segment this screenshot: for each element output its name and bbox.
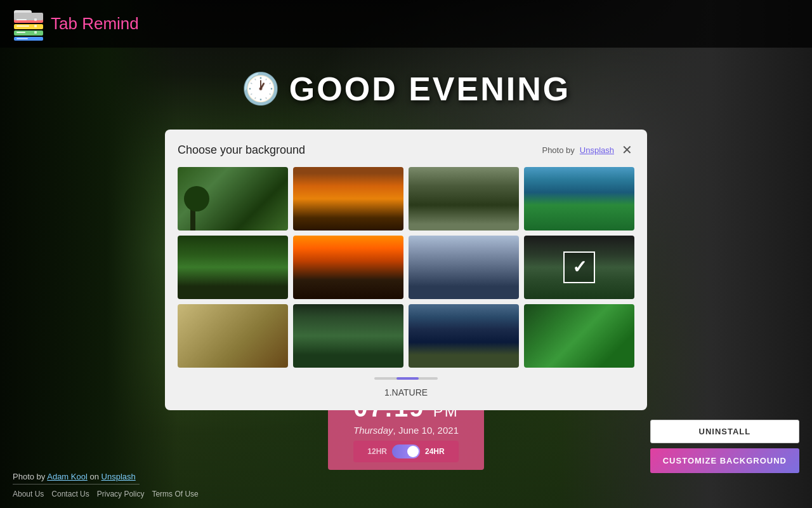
checkmark-box: ✓: [563, 251, 595, 283]
modal-title: Choose your background: [178, 144, 305, 157]
scroll-thumb: [396, 377, 419, 380]
photo-grid: ✓: [178, 167, 634, 368]
modal-header: Choose your background Photo by Unsplash…: [178, 142, 634, 157]
modal-overlay: Choose your background Photo by Unsplash…: [0, 0, 812, 508]
selected-checkmark: ✓: [524, 236, 634, 299]
photo-item-selected[interactable]: ✓: [524, 236, 634, 299]
background-chooser-modal: Choose your background Photo by Unsplash…: [165, 130, 647, 410]
photo-by-label: Photo by: [542, 145, 574, 155]
photo-item[interactable]: [524, 167, 634, 231]
photo-item[interactable]: [293, 236, 403, 299]
close-button[interactable]: ✕: [619, 142, 634, 157]
photo-item[interactable]: [409, 167, 519, 231]
photo-item[interactable]: [293, 304, 403, 368]
photo-item[interactable]: [409, 304, 519, 368]
category-label: 1.NATURE: [178, 387, 634, 398]
photo-item[interactable]: [293, 167, 403, 231]
photo-item[interactable]: [178, 236, 288, 299]
scroll-indicator: [178, 377, 634, 380]
photo-item[interactable]: [409, 236, 519, 299]
unsplash-link[interactable]: Unsplash: [580, 145, 614, 155]
photo-item[interactable]: [178, 304, 288, 368]
photo-item[interactable]: [524, 304, 634, 368]
checkmark-icon: ✓: [572, 258, 587, 276]
photo-item[interactable]: [178, 167, 288, 231]
scroll-bar: [374, 377, 438, 380]
modal-header-right: Photo by Unsplash ✕: [542, 142, 634, 157]
